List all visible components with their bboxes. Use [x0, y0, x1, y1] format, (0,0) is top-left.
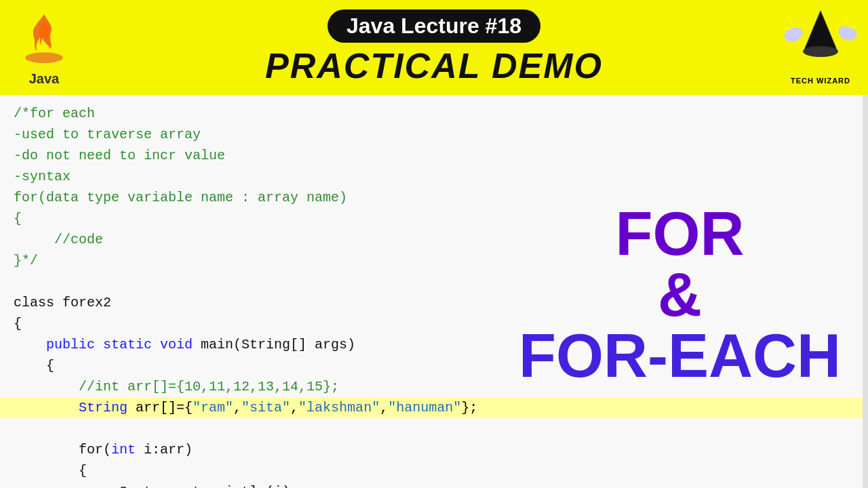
- code-line-1: /*for each: [14, 103, 854, 124]
- code-line-6: {: [14, 208, 854, 229]
- scrollbar[interactable]: [863, 95, 868, 488]
- code-line-10: class forex2: [14, 292, 854, 313]
- svg-point-0: [25, 52, 62, 63]
- code-line-19: System.out.println(i);: [14, 481, 854, 488]
- code-line-8: }*/: [14, 250, 854, 271]
- java-logo: Java: [7, 5, 81, 87]
- code-line-18: {: [14, 460, 854, 481]
- subtitle: PRACTICAL DEMO: [265, 45, 603, 86]
- code-line-11: {: [14, 313, 854, 334]
- header-center: Java Lecture #18 PRACTICAL DEMO: [265, 9, 603, 86]
- svg-line-6: [844, 14, 851, 22]
- code-line-12: public static void main(String[] args): [14, 334, 854, 355]
- code-line-2: -used to traverse array: [14, 124, 854, 145]
- code-line-5: for(data type variable name : array name…: [14, 187, 854, 208]
- code-line-4: -syntax: [14, 166, 854, 187]
- code-line-3: -do not need to incr value: [14, 145, 854, 166]
- svg-line-8: [850, 26, 858, 28]
- code-line-16: [14, 418, 854, 439]
- svg-point-2: [803, 46, 838, 57]
- svg-line-7: [783, 28, 791, 29]
- code-line-13: {: [14, 355, 854, 376]
- code-line-9: [14, 271, 854, 292]
- lecture-title: Java Lecture #18: [328, 9, 540, 43]
- svg-line-5: [787, 18, 793, 24]
- tech-wizard-logo: TECH WIZARD: [780, 5, 861, 87]
- code-line-15: String arr[]={"ram","sita","lakshman","h…: [0, 397, 868, 418]
- java-text: Java: [29, 71, 60, 87]
- tech-wizard-label: TECH WIZARD: [791, 77, 850, 85]
- header: Java Java Lecture #18 PRACTICAL DEMO TEC…: [0, 0, 868, 95]
- code-line-17: for(int i:arr): [14, 439, 854, 460]
- code-line-7: //code: [14, 229, 854, 250]
- code-line-14: //int arr[]={10,11,12,13,14,15};: [14, 376, 854, 397]
- svg-marker-1: [804, 11, 837, 52]
- code-area: /*for each -used to traverse array -do n…: [0, 95, 868, 488]
